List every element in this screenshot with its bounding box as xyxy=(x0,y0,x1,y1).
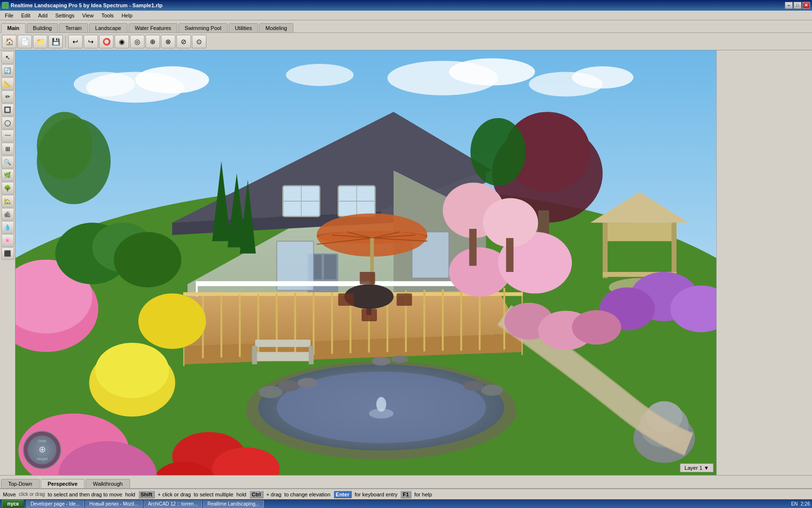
main-area: ↖🔄📐✏🔲◯〰⊞🔍🌿🌳🏡🪨💧🌸⬛ xyxy=(0,50,812,475)
instruction-text: click or drag xyxy=(19,492,45,497)
view-tab-perspective[interactable]: Perspective xyxy=(41,479,85,488)
left-tool-structure[interactable]: 🏡 xyxy=(1,195,14,208)
compass-inner: Orbit ⊕ Height xyxy=(28,435,57,464)
svg-rect-77 xyxy=(360,272,375,284)
minimize-button[interactable]: – xyxy=(785,2,793,9)
layer-indicator[interactable]: Layer 1 ▼ xyxy=(680,463,713,472)
menu-item-view[interactable]: View xyxy=(78,12,98,19)
left-toolbar: ↖🔄📐✏🔲◯〰⊞🔍🌿🌳🏡🪨💧🌸⬛ xyxy=(0,50,15,475)
toolbar-btn-home[interactable]: 🏠 xyxy=(2,35,16,48)
orbit-label: Orbit xyxy=(36,438,47,444)
tab-building[interactable]: Building xyxy=(27,23,58,32)
toolbar-btn-tool1[interactable]: ⭕ xyxy=(99,35,114,48)
tab-water-features[interactable]: Water Features xyxy=(129,23,177,32)
toolbar-btn-tool7[interactable]: ⊙ xyxy=(192,35,206,48)
plus1-text: + click or drag xyxy=(158,492,191,497)
toolbar-btn-tool2[interactable]: ◉ xyxy=(115,35,129,48)
clock: 2:26 xyxy=(801,501,810,507)
tab-bar: MainBuildingTerrainLandscapeWater Featur… xyxy=(0,20,812,33)
svg-point-7 xyxy=(572,66,633,89)
svg-point-2 xyxy=(135,66,209,93)
bottom-tabs: Top-DownPerspectiveWalkthrough xyxy=(0,475,812,489)
toolbar-btn-undo[interactable]: ↩ xyxy=(68,35,83,48)
start-button[interactable]: пуск xyxy=(2,500,24,508)
toolbar-btn-tool3[interactable]: ◎ xyxy=(130,35,145,48)
move-label: Move xyxy=(3,492,16,497)
multi-select-text: to select multiple xyxy=(194,492,233,497)
svg-point-101 xyxy=(95,343,169,398)
app-icon: 🌿 xyxy=(2,2,9,9)
title-text: Realtime Landscaping Pro 5 by Idea Spect… xyxy=(11,2,162,8)
left-tool-rock[interactable]: 🪨 xyxy=(1,208,14,221)
toolbar-btn-tool4[interactable]: ⊕ xyxy=(145,35,160,48)
svg-point-90 xyxy=(377,397,386,412)
svg-point-128 xyxy=(572,310,621,344)
viewport[interactable]: Orbit ⊕ Height Layer 1 ▼ xyxy=(15,50,716,475)
menu-item-tools[interactable]: Tools xyxy=(98,12,118,19)
menu-item-edit[interactable]: Edit xyxy=(17,12,34,19)
layer-arrow: ▼ xyxy=(704,465,709,471)
svg-rect-94 xyxy=(252,352,314,361)
menu-item-file[interactable]: File xyxy=(1,12,17,19)
svg-marker-16 xyxy=(603,223,677,241)
tab-terrain[interactable]: Terrain xyxy=(59,23,88,32)
left-tool-draw[interactable]: ✏ xyxy=(1,90,14,103)
left-tool-measure[interactable]: 📐 xyxy=(1,77,14,90)
height-label: Height xyxy=(36,456,47,462)
menu-item-settings[interactable]: Settings xyxy=(51,12,78,19)
help-text: for help xyxy=(414,492,432,497)
view-tab-walkthrough[interactable]: Walkthrough xyxy=(86,479,130,488)
menu-item-add[interactable]: Add xyxy=(34,12,52,19)
elevation-text: to change elevation xyxy=(284,492,330,497)
status-bar: Move click or drag to select and then dr… xyxy=(0,489,812,499)
maximize-button[interactable]: □ xyxy=(794,2,801,9)
svg-rect-75 xyxy=(338,294,354,306)
svg-rect-96 xyxy=(252,346,257,364)
left-tool-rotate[interactable]: 🔄 xyxy=(1,64,14,77)
f1-key: F1 xyxy=(400,491,411,498)
toolbar-btn-new[interactable]: 📄 xyxy=(17,35,32,48)
toolbar-btn-tool5[interactable]: ⊗ xyxy=(161,35,175,48)
title-bar: 🌿 Realtime Landscaping Pro 5 by Idea Spe… xyxy=(0,0,812,11)
toolbar-btn-open[interactable]: 📁 xyxy=(33,35,47,48)
svg-point-12 xyxy=(37,112,92,179)
left-tool-surface[interactable]: ⬛ xyxy=(1,247,14,260)
toolbar-separator xyxy=(65,36,66,47)
left-tool-curve[interactable]: 〰 xyxy=(1,130,14,142)
left-tool-water[interactable]: 💧 xyxy=(1,221,14,234)
left-tool-tree[interactable]: 🌳 xyxy=(1,182,14,194)
close-button[interactable]: ✕ xyxy=(802,2,810,9)
toolbar-btn-tool6[interactable]: ⊘ xyxy=(176,35,191,48)
tab-utilities[interactable]: Utilities xyxy=(229,23,258,32)
left-tool-select[interactable]: ↖ xyxy=(1,51,14,64)
left-tool-flower[interactable]: 🌸 xyxy=(1,234,14,247)
left-tool-rect[interactable]: 🔲 xyxy=(1,104,14,116)
tab-main[interactable]: Main xyxy=(1,23,26,33)
left-tool-grid[interactable]: ⊞ xyxy=(1,143,14,155)
compass[interactable]: Orbit ⊕ Height xyxy=(23,431,61,469)
svg-point-3 xyxy=(74,72,135,97)
view-tab-top-down[interactable]: Top-Down xyxy=(1,479,40,488)
tab-swimming-pool[interactable]: Swimming Pool xyxy=(178,23,228,32)
toolbar-btn-save[interactable]: 💾 xyxy=(48,35,63,48)
svg-rect-35 xyxy=(324,254,336,279)
svg-rect-76 xyxy=(397,294,412,306)
tab-modeling[interactable]: Modeling xyxy=(259,23,293,32)
taskbar-item[interactable]: Новый релиз - Mozil... xyxy=(85,500,143,508)
left-tool-zoom[interactable]: 🔍 xyxy=(1,156,14,168)
taskbar-item[interactable]: Realtime Landscaping... xyxy=(203,500,263,508)
svg-rect-97 xyxy=(309,346,314,364)
left-tool-circle[interactable]: ◯ xyxy=(1,117,14,129)
taskbar-right: EN 2:26 xyxy=(791,501,810,507)
left-tool-plant[interactable]: 🌿 xyxy=(1,169,14,181)
taskbar-item[interactable]: ArchiCAD 12 :: torren... xyxy=(144,500,202,508)
title-bar-left: 🌿 Realtime Landscaping Pro 5 by Idea Spe… xyxy=(2,2,162,9)
svg-rect-78 xyxy=(362,309,377,321)
menu-item-help[interactable]: Help xyxy=(117,12,136,19)
svg-rect-38 xyxy=(197,281,492,286)
tab-landscape[interactable]: Landscape xyxy=(89,23,128,32)
right-panel xyxy=(716,50,812,475)
taskbar-item[interactable]: Developer page - Ide... xyxy=(26,500,84,508)
menu-bar: FileEditAddSettingsViewToolsHelp xyxy=(0,11,812,20)
toolbar-btn-redo[interactable]: ↪ xyxy=(84,35,98,48)
